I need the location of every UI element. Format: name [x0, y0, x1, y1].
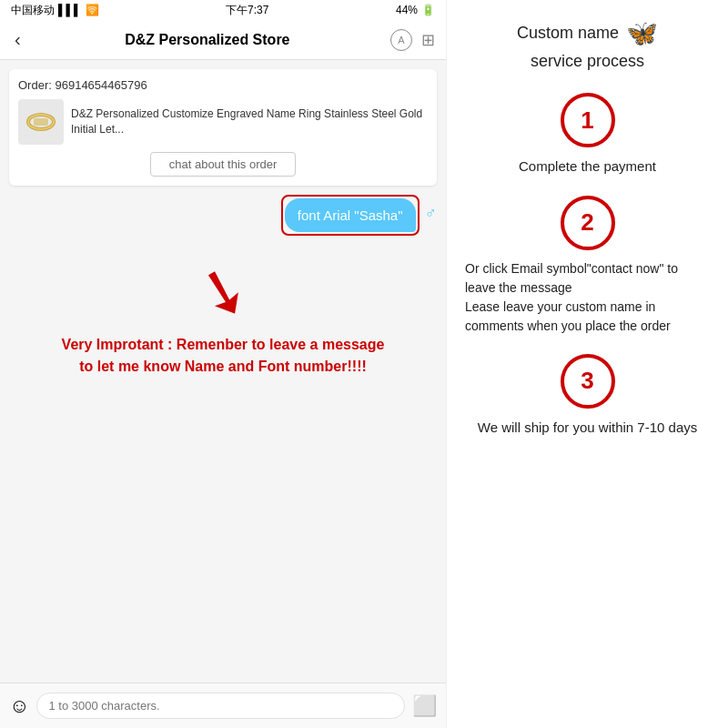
arrow-warning-section: ➘ Very Improtant : Remenber to leave a m… [9, 245, 437, 396]
step-3-desc: We will ship for you within 7-10 days [461, 418, 713, 439]
grid-icon[interactable]: ⊞ [421, 30, 435, 50]
arrow-icon: ➘ [187, 248, 258, 334]
step-2-circle: 2 [561, 196, 615, 250]
nav-bar: ‹ D&Z Personalized Store A ⊞ [0, 20, 446, 60]
order-item: D&Z Personalized Customize Engraved Name… [18, 99, 428, 145]
input-bar: ☺ ⬜ [0, 682, 446, 728]
gender-icon: ♂ [425, 204, 438, 223]
time-label: 下午7:37 [226, 3, 268, 18]
step-1: 1 Complete the payment [461, 93, 713, 177]
step-2-desc: Or click Email symbol"contact now" to le… [461, 259, 713, 336]
battery-icon: 🔋 [421, 4, 435, 16]
status-left: 中国移动 ▌▌▌ 🛜 [11, 3, 99, 18]
step-3-circle: 3 [561, 354, 615, 409]
product-image [18, 99, 64, 145]
left-panel: 中国移动 ▌▌▌ 🛜 下午7:37 44% 🔋 ‹ D&Z Personaliz… [0, 0, 446, 728]
bubble-outline: font Arial "Sasha" [281, 195, 420, 236]
message-bubble: font Arial "Sasha" [285, 198, 416, 232]
message-row: font Arial "Sasha" ♂ [9, 195, 437, 236]
emoji-button[interactable]: ☺ [9, 694, 29, 718]
order-card: Order: 96914654465796 D&Z Personalized C… [9, 69, 437, 186]
right-title: Custom name 🦋 [517, 18, 658, 48]
step-1-circle: 1 [561, 93, 615, 147]
message-bubble-container: font Arial "Sasha" [281, 195, 420, 236]
nav-icons: A ⊞ [390, 29, 435, 51]
step-3: 3 We will ship for you within 7-10 days [461, 354, 713, 439]
message-input[interactable] [36, 693, 405, 719]
order-id: Order: 96914654465796 [18, 78, 428, 92]
warning-text: Very Improtant : Remenber to leave a mes… [53, 334, 394, 378]
right-panel: Custom name 🦋 service process 1 Complete… [446, 0, 728, 728]
step-1-desc: Complete the payment [461, 157, 713, 177]
ring-svg [21, 102, 61, 142]
camera-button[interactable]: ⬜ [412, 694, 437, 718]
panel-subtitle: service process [531, 52, 644, 71]
step-2: 2 Or click Email symbol"contact now" to … [461, 196, 713, 336]
carrier-label: 中国移动 [11, 3, 55, 18]
butterfly-icon: 🦋 [626, 18, 658, 48]
store-title: D&Z Personalized Store [32, 32, 383, 48]
battery-label: 44% [396, 4, 418, 16]
account-icon[interactable]: A [390, 29, 412, 51]
panel-title: Custom name [517, 24, 619, 43]
chat-order-button[interactable]: chat about this order [150, 152, 297, 177]
svg-rect-2 [34, 118, 48, 126]
product-description: D&Z Personalized Customize Engraved Name… [71, 106, 428, 137]
status-bar: 中国移动 ▌▌▌ 🛜 下午7:37 44% 🔋 [0, 0, 446, 20]
chat-area: Order: 96914654465796 D&Z Personalized C… [0, 60, 446, 682]
status-right: 44% 🔋 [396, 4, 435, 16]
signal-icon: ▌▌▌ [58, 4, 82, 16]
wifi-icon: 🛜 [86, 4, 99, 16]
back-button[interactable]: ‹ [11, 29, 25, 50]
